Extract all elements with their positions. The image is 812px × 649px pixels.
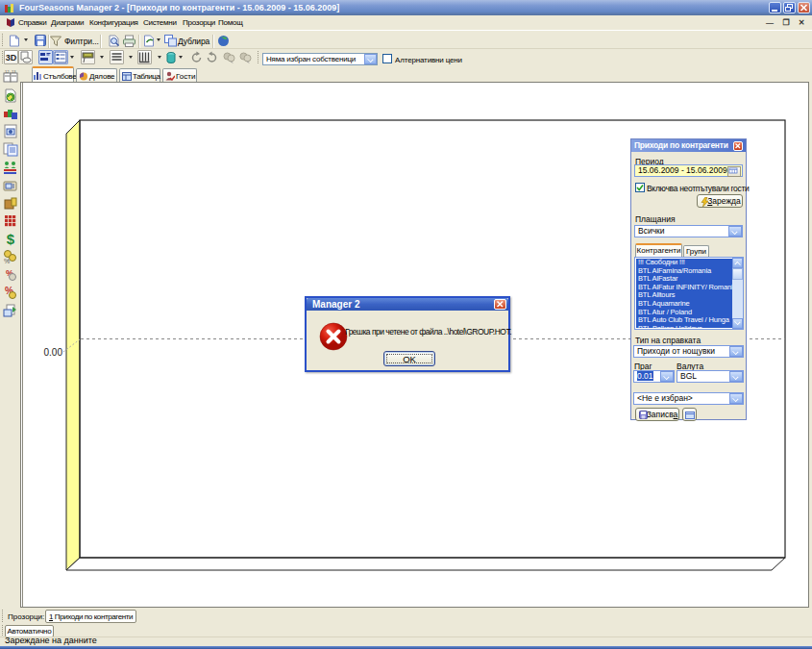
svg-text:3D: 3D — [6, 53, 17, 62]
svg-text:12: 12 — [5, 70, 10, 74]
svg-text:0.00: 0.00 — [44, 347, 63, 358]
svg-text:$: $ — [7, 231, 15, 246]
svg-text:%: % — [4, 258, 10, 264]
svg-text:13: 13 — [12, 70, 16, 74]
